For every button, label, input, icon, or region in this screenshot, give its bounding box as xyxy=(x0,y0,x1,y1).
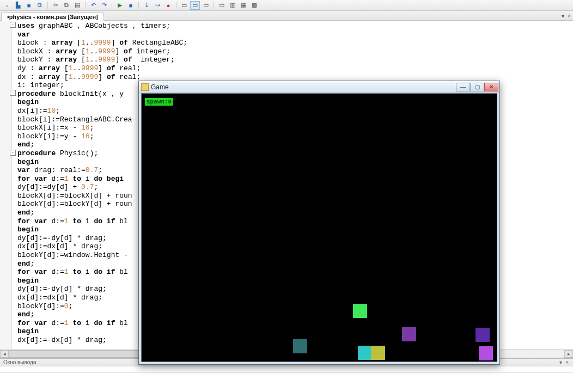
save-icon[interactable]: ■ xyxy=(24,1,34,10)
stop-icon[interactable]: ■ xyxy=(126,1,136,10)
code-line: dx : array [1..9999] of real; xyxy=(17,73,573,82)
pane-controls: ▾ × xyxy=(560,11,572,21)
code-line: var xyxy=(17,30,573,39)
status-area xyxy=(0,372,573,392)
tab-strip: •physics - копия.pas [Запущен] xyxy=(0,11,573,21)
panel-4-icon[interactable]: ▭ xyxy=(217,1,227,10)
redo-icon[interactable]: ↷ xyxy=(99,1,109,10)
run-icon[interactable]: ▶ xyxy=(115,1,125,10)
code-line: uses graphABC , ABCobjects , timers; xyxy=(17,22,573,30)
game-block xyxy=(371,346,385,360)
undo-icon[interactable]: ↶ xyxy=(88,1,98,10)
close-button[interactable]: ✕ xyxy=(484,83,498,91)
game-titlebar[interactable]: Game — ▢ ✕ xyxy=(139,81,499,93)
output-close-icon[interactable]: × xyxy=(564,359,570,365)
game-block xyxy=(402,327,416,341)
pane-close-icon[interactable]: × xyxy=(566,13,572,19)
game-block xyxy=(353,304,367,318)
game-window[interactable]: Game — ▢ ✕ spawn:8 xyxy=(138,81,500,365)
editor-gutter: --- xyxy=(0,21,12,358)
output-dropdown-icon[interactable]: ▾ xyxy=(558,359,563,365)
step-into-icon[interactable]: ↧ xyxy=(142,1,151,10)
code-line: dy : array [1..9999] of real; xyxy=(17,64,573,73)
save-all-icon[interactable]: ⧉ xyxy=(35,1,45,10)
panel-2-icon[interactable]: ▭ xyxy=(190,1,200,10)
copy-icon[interactable]: ⧉ xyxy=(62,1,71,10)
panel-5-icon[interactable]: ▥ xyxy=(228,1,237,10)
step-over-icon[interactable]: ↪ xyxy=(153,1,162,10)
minimize-button[interactable]: — xyxy=(456,83,470,91)
game-app-icon xyxy=(141,83,149,91)
panel-3-icon[interactable]: ▭ xyxy=(201,1,211,10)
editor-tab[interactable]: •physics - копия.pas [Запущен] xyxy=(1,13,104,21)
new-file-icon[interactable]: ▫ xyxy=(2,1,12,10)
spawn-counter: spawn:8 xyxy=(145,98,173,106)
code-line: blockY : array [1..9999] of integer; xyxy=(17,56,573,64)
game-block xyxy=(479,346,493,360)
game-block xyxy=(293,339,307,353)
code-line: blockX : array [1..9999] of integer; xyxy=(17,47,573,56)
panel-6-icon[interactable]: ▦ xyxy=(239,1,248,10)
game-block xyxy=(358,346,372,360)
game-block xyxy=(476,328,490,342)
pane-dropdown-icon[interactable]: ▾ xyxy=(560,13,565,19)
panel-1-icon[interactable]: ▭ xyxy=(179,1,189,10)
breakpoint-icon[interactable]: ● xyxy=(163,1,173,10)
scroll-right-icon[interactable]: ▸ xyxy=(564,350,573,358)
output-title: Окно вывода xyxy=(3,359,36,365)
paste-icon[interactable]: ▤ xyxy=(72,1,82,10)
cut-icon[interactable]: ✂ xyxy=(51,1,60,10)
main-toolbar: ▫▙■⧉✂⧉▤↶↷▶■↧↪●▭▭▭▭▥▦▩ xyxy=(0,0,573,11)
open-file-icon[interactable]: ▙ xyxy=(13,1,23,10)
game-title: Game xyxy=(151,83,456,91)
game-canvas[interactable]: spawn:8 xyxy=(141,93,497,362)
scroll-left-icon[interactable]: ◂ xyxy=(0,350,9,358)
panel-7-icon[interactable]: ▩ xyxy=(249,1,259,10)
maximize-button[interactable]: ▢ xyxy=(470,83,484,91)
code-line: block : array [1..9999] of RectangleABC; xyxy=(17,39,573,47)
